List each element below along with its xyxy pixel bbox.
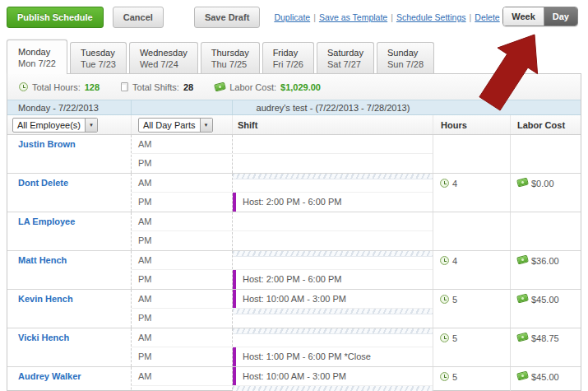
day-tabs: MondayMon 7/22TuesdayTue 7/23WednesdayWe… xyxy=(0,40,588,73)
hours-value: 4 xyxy=(452,256,457,266)
shift-column-cell: Host: 2:00 PM - 6:00 PM xyxy=(233,174,433,212)
tab-date-label: Fri 7/26 xyxy=(273,58,303,70)
money-icon xyxy=(516,371,529,381)
daypart-pm-label: PM xyxy=(132,231,232,250)
daypart-pm-label: PM xyxy=(132,347,232,366)
employee-row: Matt Hench AM PM Host: 2:00 PM - 6:00 PM… xyxy=(7,251,581,290)
cost-cell: $0.00 xyxy=(511,174,581,212)
employee-name[interactable]: Matt Hench xyxy=(18,255,67,265)
employee-name-cell: Matt Hench xyxy=(7,251,132,289)
clock-icon xyxy=(19,82,28,91)
money-icon xyxy=(214,82,226,92)
shift-cell-am[interactable] xyxy=(233,135,433,154)
unavailable-hatch xyxy=(233,309,433,314)
tab-day-label: Tuesday xyxy=(81,47,116,58)
toolbar: Publish Schedule Cancel Save Draft Dupli… xyxy=(0,0,588,40)
hours-cell xyxy=(433,212,511,250)
daypart-cell: AM PM xyxy=(132,251,233,289)
shift-cell-pm[interactable] xyxy=(233,386,433,391)
employee-row: Justin Brown AM PM xyxy=(7,135,581,174)
shift-cell-pm[interactable] xyxy=(233,309,433,328)
shift-cell-am[interactable]: Host: 10:00 AM - 3:00 PM xyxy=(233,367,433,386)
shift-cell-pm[interactable]: Host: 1:00 PM - 6:00 PM *Close xyxy=(233,347,433,366)
toolbar-link-delete[interactable]: Delete xyxy=(475,12,499,22)
tab-date-label: Wed 7/24 xyxy=(140,58,188,70)
hours-value: 5 xyxy=(452,295,457,305)
employee-name-cell: Vicki Hench xyxy=(7,328,132,366)
daypart-pm-label: PM xyxy=(132,154,232,173)
tab-day-label: Monday xyxy=(18,46,56,58)
daypart-filter-dropdown[interactable]: All Day Parts ▼ xyxy=(138,118,213,133)
tab-saturday[interactable]: SaturdaySat 7/27 xyxy=(317,42,374,73)
cost-cell: $45.00 xyxy=(511,290,581,328)
shift-entry[interactable]: Host: 2:00 PM - 6:00 PM xyxy=(233,193,433,212)
shift-cell-am[interactable] xyxy=(233,328,433,347)
shift-label: Host: 10:00 AM - 3:00 PM xyxy=(236,367,346,386)
shift-cell-am[interactable]: Host: 10:00 AM - 3:00 PM xyxy=(233,290,433,309)
employee-name[interactable]: Vicki Hench xyxy=(18,333,69,342)
save-draft-button[interactable]: Save Draft xyxy=(194,7,260,28)
toolbar-link-duplicate[interactable]: Duplicate xyxy=(274,12,310,22)
tab-sunday[interactable]: SundaySun 7/28 xyxy=(377,42,434,73)
daypart-cell: AM PM xyxy=(132,135,233,173)
money-icon xyxy=(516,178,529,188)
tab-friday[interactable]: FridayFri 7/26 xyxy=(262,42,314,73)
schedule-title: audrey's test - (7/22/2013 - 7/28/2013) xyxy=(233,100,433,115)
hours-column-header: Hours xyxy=(433,115,511,134)
total-shifts-stat: Total Shifts: 28 xyxy=(121,82,193,92)
tab-tuesday[interactable]: TuesdayTue 7/23 xyxy=(70,42,127,73)
shift-label: Host: 1:00 PM - 6:00 PM *Close xyxy=(236,347,371,366)
hours-value: 5 xyxy=(452,333,457,343)
shift-entry[interactable]: Host: 10:00 AM - 3:00 PM xyxy=(233,367,433,386)
employee-name[interactable]: Audrey Walker xyxy=(18,371,81,381)
daypart-am-label: AM xyxy=(132,251,232,270)
employee-name[interactable]: LA Employee xyxy=(18,216,75,226)
week-toggle-button[interactable]: Week xyxy=(503,7,544,26)
daypart-cell: AM PM xyxy=(132,212,233,250)
day-title: Monday - 7/22/2013 xyxy=(7,100,132,114)
shift-column-cell xyxy=(233,135,433,173)
shift-cell-am[interactable] xyxy=(233,174,433,193)
cost-value: $45.00 xyxy=(531,295,559,305)
hours-cell xyxy=(433,135,511,173)
schedule-panel: Total Hours: 128 Total Shifts: 28 Labor … xyxy=(7,73,581,391)
daypart-pm-label: PM xyxy=(132,193,232,212)
daypart-filter-value: All Day Parts xyxy=(139,119,200,132)
shift-cell-am[interactable] xyxy=(233,212,433,231)
shift-cell-am[interactable] xyxy=(233,251,433,270)
shift-cell-pm[interactable] xyxy=(233,231,433,250)
tab-monday[interactable]: MondayMon 7/22 xyxy=(7,40,67,74)
schedule-app: Publish Schedule Cancel Save Draft Dupli… xyxy=(0,0,588,391)
employee-name[interactable]: Kevin Hench xyxy=(18,294,73,304)
clock-icon xyxy=(440,372,449,381)
tab-day-label: Wednesday xyxy=(140,47,188,58)
employee-name[interactable]: Dont Delete xyxy=(18,178,68,188)
cost-value: $0.00 xyxy=(531,179,554,189)
clock-icon xyxy=(440,333,449,342)
clock-icon xyxy=(440,295,449,304)
toolbar-link-save-as-template[interactable]: Save as Template xyxy=(319,12,387,22)
shift-column-cell: Host: 10:00 AM - 3:00 PM xyxy=(233,367,433,391)
chevron-down-icon[interactable]: ▼ xyxy=(85,119,97,132)
shift-cell-pm[interactable]: Host: 2:00 PM - 6:00 PM xyxy=(233,270,433,289)
tab-date-label: Sat 7/27 xyxy=(327,58,363,70)
tab-wednesday[interactable]: WednesdayWed 7/24 xyxy=(129,42,198,73)
shift-cell-pm[interactable] xyxy=(233,154,433,173)
employee-filter-dropdown[interactable]: All Employee(s) ▼ xyxy=(12,118,98,133)
tab-date-label: Sun 7/28 xyxy=(387,58,424,70)
chevron-down-icon[interactable]: ▼ xyxy=(200,119,212,132)
toolbar-link-schedule-settings[interactable]: Schedule Settings xyxy=(396,12,466,22)
shift-cell-pm[interactable]: Host: 2:00 PM - 6:00 PM xyxy=(233,193,433,212)
shift-entry[interactable]: Host: 1:00 PM - 6:00 PM *Close xyxy=(233,347,433,366)
shift-entry[interactable]: Host: 10:00 AM - 3:00 PM xyxy=(233,290,433,309)
money-icon xyxy=(516,333,529,342)
employee-name[interactable]: Justin Brown xyxy=(18,139,76,149)
summary-bar: Total Hours: 128 Total Shifts: 28 Labor … xyxy=(7,74,581,100)
shift-entry[interactable]: Host: 2:00 PM - 6:00 PM xyxy=(233,270,433,289)
publish-schedule-button[interactable]: Publish Schedule xyxy=(7,7,104,28)
shift-column-cell: Host: 2:00 PM - 6:00 PM xyxy=(233,251,433,289)
cancel-button[interactable]: Cancel xyxy=(113,7,164,28)
tab-thursday[interactable]: ThursdayThu 7/25 xyxy=(201,42,260,73)
day-toggle-button[interactable]: Day xyxy=(544,7,577,26)
money-icon xyxy=(516,255,529,265)
